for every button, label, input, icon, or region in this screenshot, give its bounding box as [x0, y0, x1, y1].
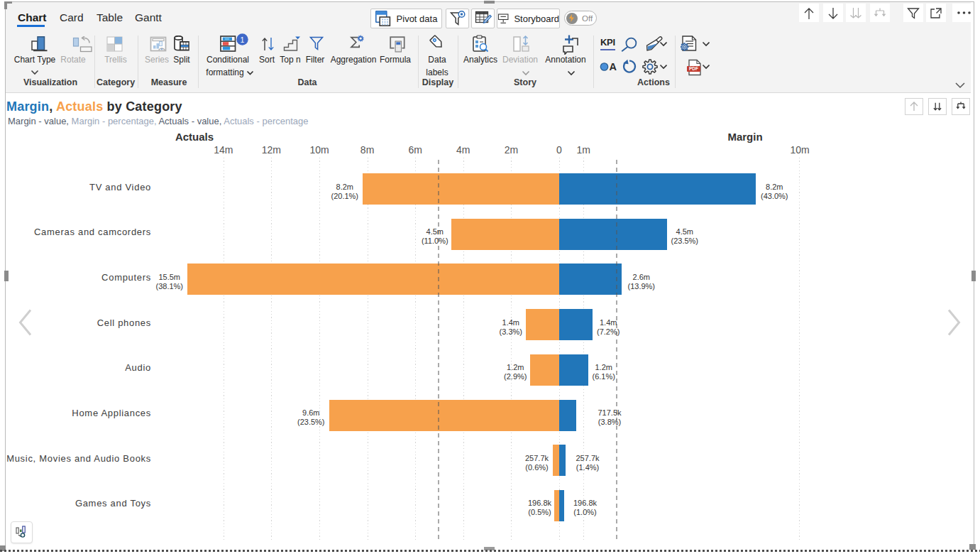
- svg-text:A: A: [610, 61, 617, 72]
- svg-text:PDF: PDF: [689, 66, 698, 71]
- svg-text:1: 1: [241, 36, 245, 44]
